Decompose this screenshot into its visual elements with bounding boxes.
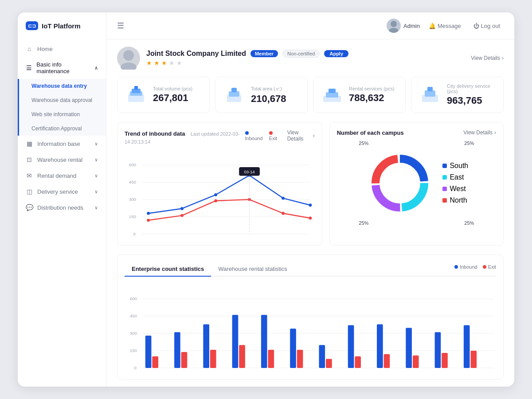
tab-enterprise[interactable]: Enterprise count statistics: [125, 262, 211, 277]
delivery-icon: ◫: [26, 188, 33, 195]
header: ☰ Admin 🔔 Message ⏻ Log out: [106, 12, 514, 39]
bar-oct-inbound: [406, 328, 412, 368]
volume-icon: [125, 83, 148, 106]
bar-feb-exit: [181, 352, 188, 368]
bar-dec-exit: [470, 351, 477, 368]
svg-text:150: 150: [130, 348, 137, 353]
stat-area-label: Total area (㎡): [251, 86, 286, 92]
chevron-up-icon: ∧: [94, 65, 98, 71]
sidebar-item-rental-demand[interactable]: ✉ Rental demand ∨: [18, 168, 106, 184]
delivery-stat-icon: [419, 83, 442, 106]
logo: ⊏⊐ IoT Platform: [18, 12, 106, 39]
donut-view-details[interactable]: View Details ›: [463, 129, 496, 136]
donut-chart-container: 25% 25%: [337, 141, 496, 226]
user-info: Admin: [387, 19, 420, 33]
chevron-down-icon: ∨: [94, 141, 98, 147]
north-label: North: [450, 196, 467, 204]
company-view-details[interactable]: View Details ›: [471, 55, 504, 61]
sidebar-item-warehouse-approval[interactable]: Warehouse data approval: [19, 93, 106, 107]
content: Joint Stock Company Limited Member Non-c…: [106, 39, 514, 387]
sidebar-item-info-base[interactable]: ▦ Information base ∨: [18, 136, 106, 152]
west-dot: [442, 187, 447, 191]
trend-chart-card: Trend of inbound data Last updated 2022-…: [117, 122, 322, 246]
company-info: Joint Stock Company Limited Member Non-c…: [146, 50, 465, 66]
menu-toggle-button[interactable]: ☰: [117, 21, 124, 31]
bar-may-inbound: [261, 315, 267, 368]
member-badge: Member: [250, 50, 278, 57]
svg-rect-16: [427, 87, 433, 91]
donut-chart-title: Number of each campus: [337, 129, 404, 136]
svg-rect-10: [231, 88, 237, 92]
bar-july-inbound: [319, 345, 325, 368]
bar-june-exit: [297, 350, 303, 368]
bar-chart-legend: Inbound Exit: [454, 264, 496, 270]
pct-top-right: 25%: [464, 141, 474, 146]
bar-mar-inbound: [203, 325, 209, 368]
stat-delivery-text: City delivery service (pcs) 963,765: [447, 83, 496, 106]
logout-button[interactable]: ⏻ Log out: [470, 21, 504, 31]
legend-west: West: [442, 185, 468, 193]
pct-bottom-left: 25%: [359, 220, 368, 226]
logout-icon: ⏻: [473, 23, 479, 29]
svg-text:0: 0: [134, 365, 137, 370]
bar-nov-inbound: [435, 332, 441, 368]
svg-text:600: 600: [130, 296, 137, 301]
sidebar-item-rental-demand-label: Rental demand: [37, 172, 76, 179]
tab-warehouse[interactable]: Warehouse rental statistics: [211, 262, 294, 277]
svg-point-38: [309, 203, 312, 207]
sidebar-item-warehouse-entry[interactable]: Warehouse data entry: [19, 79, 106, 93]
trend-view-details[interactable]: View Details ›: [287, 129, 315, 142]
donut-svg: [364, 148, 435, 219]
apply-button[interactable]: Apply: [324, 50, 348, 57]
rental-icon: [321, 83, 344, 106]
bar-jan-inbound: [145, 336, 152, 368]
stat-volume-label: Total volume (pcs): [153, 86, 192, 91]
legend-north: North: [442, 196, 468, 204]
south-dot: [442, 164, 447, 168]
sidebar-item-cert-approval[interactable]: Certification Approval: [19, 121, 106, 136]
svg-text:03·14: 03·14: [244, 169, 255, 174]
sidebar-item-info-base-label: Information base: [37, 141, 80, 147]
sidebar-item-distribution[interactable]: 💬 Distribution needs ∨: [18, 200, 106, 215]
star-5: ★: [176, 59, 182, 66]
sidebar-item-basic-info[interactable]: ☰ Basic info maintenance ∧: [18, 57, 106, 79]
sidebar-item-home[interactable]: ⌂ Home: [18, 41, 106, 57]
distribution-icon: 💬: [26, 204, 33, 211]
tabs-header: Enterprise count statistics Warehouse re…: [125, 262, 496, 277]
chevron-down-icon5: ∨: [94, 205, 98, 211]
stat-volume-value: 267,801: [153, 92, 192, 104]
sidebar: ⊏⊐ IoT Platform ⌂ Home ☰ Basic info main…: [18, 12, 106, 387]
sidebar-item-distribution-label: Distribution needs: [37, 204, 83, 211]
svg-point-41: [214, 200, 217, 203]
bar-oct-exit: [413, 356, 419, 368]
north-dot: [442, 198, 447, 203]
stat-card-volume: Total volume (pcs) 267,801: [117, 77, 210, 113]
bar-dec-inbound: [464, 325, 470, 368]
bar-apr-inbound: [232, 315, 239, 368]
south-label: South: [450, 162, 468, 170]
company-avatar: [117, 47, 140, 70]
stat-rental-text: Rental services (pcs) 788,632: [349, 86, 395, 104]
svg-point-33: [147, 212, 150, 215]
sidebar-item-warehouse-rental[interactable]: ⊡ Warehouse rental ∨: [18, 152, 106, 168]
company-bar: Joint Stock Company Limited Member Non-c…: [117, 47, 504, 70]
bar-sep-exit: [384, 354, 390, 368]
svg-text:300: 300: [129, 197, 137, 202]
donut-legend: South East West: [442, 162, 468, 204]
sidebar-item-delivery[interactable]: ◫ Delivery service ∨: [18, 184, 106, 200]
home-icon: ⌂: [26, 45, 33, 52]
noncert-badge: Non-certified: [282, 50, 320, 58]
chevron-right-icon3: ›: [494, 129, 496, 136]
message-button[interactable]: 🔔 Message: [425, 21, 465, 31]
star-2: ★: [154, 59, 160, 66]
donut-bottom-labels: 25% 25%: [359, 220, 474, 226]
svg-rect-7: [134, 86, 138, 90]
company-name: Joint Stock Company Limited: [146, 50, 246, 58]
app-name: IoT Platform: [42, 22, 81, 30]
bar-chart-svg: 0 150 300 450 600: [125, 284, 496, 370]
bar-mar-exit: [210, 350, 216, 368]
svg-point-0: [391, 21, 397, 27]
sidebar-item-website-info[interactable]: Web site information: [19, 107, 106, 121]
sidebar-sub-menu: Warehouse data entry Warehouse data appr…: [18, 79, 106, 136]
main-area: ☰ Admin 🔔 Message ⏻ Log out: [106, 12, 514, 387]
